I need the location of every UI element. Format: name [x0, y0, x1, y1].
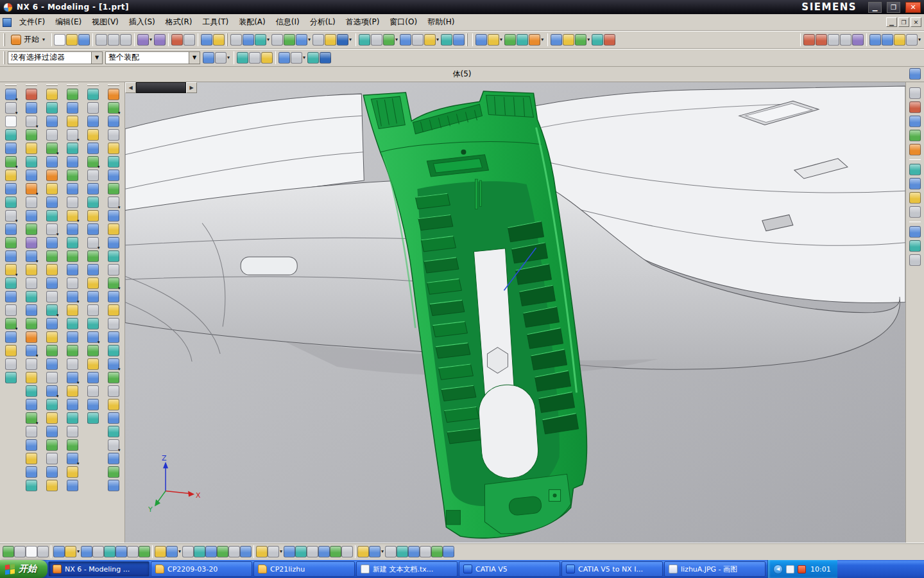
- edit-palette-icon-8[interactable]: [67, 183, 78, 195]
- analysis-palette-icon-9[interactable]: [87, 197, 99, 208]
- edit-palette-icon-1[interactable]: [67, 89, 78, 100]
- utility-palette-icon-11[interactable]: [108, 223, 119, 235]
- status-tool-icon-28[interactable]: [341, 546, 353, 557]
- edit-palette-icon-14[interactable]: [67, 264, 78, 276]
- feature-tool-icon-9[interactable]: [592, 34, 603, 46]
- resource-bar-icon-3[interactable]: [909, 116, 921, 127]
- standard-tool-icon-2[interactable]: [66, 34, 78, 46]
- surface-palette-icon-1[interactable]: [46, 89, 58, 100]
- playback-tool-icon-3[interactable]: [828, 34, 839, 46]
- menu-information[interactable]: 信息(I): [271, 15, 305, 30]
- utility-palette-icon-25[interactable]: [108, 412, 119, 424]
- view-tool-12-dropdown[interactable]: ▾: [395, 37, 398, 42]
- edit-palette-icon-26[interactable]: [67, 426, 78, 437]
- surface-palette-icon-6[interactable]: [46, 156, 58, 168]
- playback-tool-icon-9[interactable]: [906, 34, 918, 46]
- toolbar-grip[interactable]: [466, 33, 468, 46]
- menu-analysis[interactable]: 分析(L): [305, 15, 341, 30]
- feature-palette-icon-9[interactable]: [26, 197, 37, 208]
- status-tool-icon-4[interactable]: [37, 546, 49, 557]
- surface-palette-icon-15[interactable]: [46, 277, 58, 289]
- status-tool-icon-1[interactable]: [3, 546, 14, 557]
- toolbar-grip[interactable]: [226, 33, 228, 46]
- taskbar-button-notepad[interactable]: 新建 文本文档.tx...: [356, 561, 458, 577]
- playback-tool-icon-8[interactable]: [894, 34, 905, 46]
- analysis-palette-icon-22[interactable]: [87, 372, 99, 383]
- dialog-rail-icon[interactable]: [909, 68, 921, 80]
- snap-point-icon-7[interactable]: [291, 52, 302, 64]
- status-tool-icon-21[interactable]: [256, 546, 268, 557]
- surface-palette-icon-5[interactable]: [46, 143, 58, 154]
- utility-palette-icon-15[interactable]: [108, 277, 119, 289]
- status-tool-icon-22[interactable]: [268, 546, 279, 557]
- menu-preferences[interactable]: 首选项(P): [341, 15, 385, 30]
- surface-palette-icon-4[interactable]: [46, 129, 58, 141]
- feature-tool-icon-3[interactable]: [504, 34, 516, 46]
- feature-palette-20-dropdown[interactable]: ▾: [36, 354, 38, 358]
- graphics-canvas[interactable]: Z X Y: [125, 82, 905, 543]
- feature-palette-icon-29[interactable]: [26, 466, 37, 478]
- surface-palette-icon-9[interactable]: [46, 197, 58, 208]
- feature-palette-icon-15[interactable]: [26, 277, 37, 289]
- playback-tool-icon-2[interactable]: [816, 34, 827, 46]
- direct-sketch-icon-20[interactable]: [5, 345, 17, 356]
- direct-sketch-2-dropdown[interactable]: ▾: [15, 111, 18, 116]
- utility-palette-icon-18[interactable]: [108, 318, 119, 329]
- feature-tool-icon-2[interactable]: [488, 34, 499, 46]
- status-tool-icon-36[interactable]: [443, 546, 454, 557]
- feature-palette-icon-8[interactable]: [26, 183, 37, 195]
- mdi-restore-button[interactable]: ❐: [898, 17, 909, 27]
- surface-palette-icon-11[interactable]: [46, 223, 58, 235]
- feature-palette-icon-4[interactable]: [26, 129, 37, 141]
- utility-palette-icon-16[interactable]: [108, 291, 119, 302]
- snap-point-2-dropdown[interactable]: ▾: [227, 55, 230, 60]
- standard-tool-icon-4[interactable]: [96, 34, 107, 46]
- utility-palette-27-dropdown[interactable]: ▾: [118, 448, 121, 453]
- playback-tool-icon-4[interactable]: [840, 34, 851, 46]
- direct-sketch-10-dropdown[interactable]: ▾: [15, 219, 18, 223]
- surface-palette-5-dropdown[interactable]: ▾: [56, 152, 59, 156]
- surface-palette-icon-13[interactable]: [46, 250, 58, 262]
- status-tool-icon-24[interactable]: [295, 546, 307, 557]
- utility-palette-icon-13[interactable]: [108, 250, 119, 262]
- edit-palette-16-dropdown[interactable]: ▾: [77, 300, 80, 304]
- view-tool-icon-4[interactable]: [271, 34, 283, 46]
- feature-palette-3-dropdown[interactable]: ▾: [36, 125, 38, 129]
- utility-palette-icon-26[interactable]: [108, 426, 119, 437]
- view-tool-icon-15[interactable]: [424, 34, 436, 46]
- status-tool-icon-5[interactable]: [53, 546, 65, 557]
- standard-tool-icon-1[interactable]: [54, 34, 65, 46]
- feature-palette-icon-16[interactable]: [26, 291, 37, 302]
- surface-palette-icon-2[interactable]: [46, 102, 58, 114]
- analysis-palette-icon-16[interactable]: [87, 291, 99, 302]
- feature-palette-icon-27[interactable]: [26, 439, 37, 451]
- selection-scope-dropdown[interactable]: ▼: [189, 52, 200, 64]
- utility-palette-icon-19[interactable]: [108, 331, 119, 343]
- utility-palette-icon-29[interactable]: [108, 466, 119, 478]
- edit-palette-icon-27[interactable]: [67, 439, 78, 451]
- direct-sketch-6-dropdown[interactable]: ▾: [15, 165, 18, 170]
- surface-palette-11-dropdown[interactable]: ▾: [56, 232, 59, 237]
- status-tool-icon-27[interactable]: [330, 546, 341, 557]
- feature-tool-icon-7[interactable]: [563, 34, 574, 46]
- status-tool-icon-3[interactable]: [26, 546, 37, 557]
- taskbar-button-folder-1[interactable]: CP2209-03-20: [151, 561, 252, 577]
- standard-tool-icon-9[interactable]: [171, 34, 183, 46]
- palette-grip[interactable]: [87, 84, 99, 86]
- standard-tool-7-dropdown[interactable]: ▾: [150, 37, 152, 42]
- edit-palette-icon-11[interactable]: [67, 223, 78, 235]
- palette-grip[interactable]: [108, 84, 119, 86]
- surface-palette-icon-26[interactable]: [46, 426, 58, 437]
- status-tool-icon-2[interactable]: [14, 546, 26, 557]
- utility-palette-icon-7[interactable]: [108, 170, 119, 181]
- analysis-palette-19-dropdown[interactable]: ▾: [98, 340, 100, 345]
- edit-palette-icon-17[interactable]: [67, 304, 78, 316]
- utility-palette-icon-6[interactable]: [108, 156, 119, 168]
- surface-palette-icon-21[interactable]: [46, 358, 58, 370]
- palette-grip[interactable]: [5, 84, 17, 86]
- direct-sketch-icon-22[interactable]: [5, 372, 17, 383]
- feature-palette-icon-26[interactable]: [26, 426, 37, 437]
- status-tool-icon-16[interactable]: [194, 546, 205, 557]
- analysis-palette-icon-10[interactable]: [87, 210, 99, 222]
- utility-palette-icon-21[interactable]: [108, 358, 119, 370]
